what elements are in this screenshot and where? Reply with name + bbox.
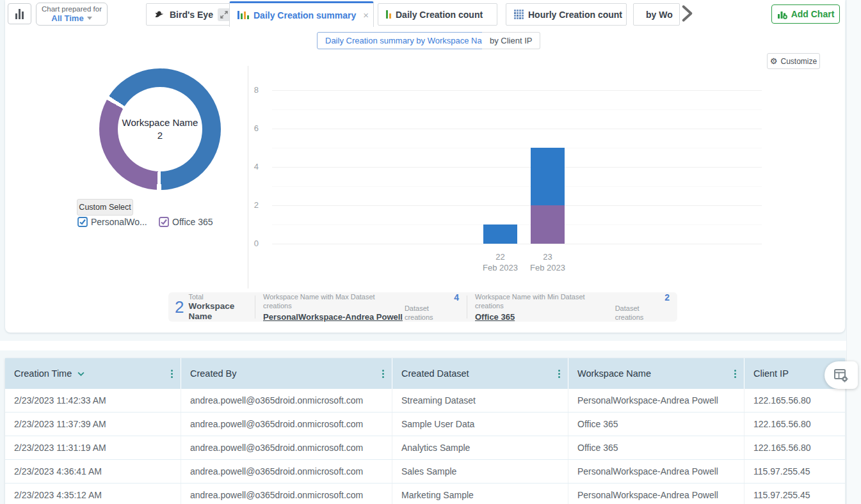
legend-checkbox-2[interactable]: Office 365 <box>159 217 213 227</box>
checkbox-icon <box>159 217 169 227</box>
table-header: Creation Time Created ByCreated DatasetW… <box>5 358 845 389</box>
subtab-by-client-ip[interactable]: by Client IP <box>482 32 540 49</box>
time-range-dropdown[interactable]: Chart prepared for All Time <box>36 3 108 26</box>
audit-table-card: Creation Time Created ByCreated DatasetW… <box>5 358 845 504</box>
colored-bar-chart-icon <box>386 10 391 19</box>
y-axis-tick: 2 <box>230 200 259 210</box>
subtab-by-workspace-name[interactable]: Daily Creation summary by Workspace Name <box>317 32 502 49</box>
gridline <box>272 129 762 129</box>
heatmap-grid-icon <box>514 10 524 19</box>
table-cell: Analytics Sample <box>392 436 568 459</box>
bar-segment-personalworkspace-andrea-powell[interactable] <box>483 224 517 244</box>
expand-icon[interactable] <box>218 8 230 21</box>
max-caption: Workspace Name with Max Dataset creation… <box>263 292 405 310</box>
column-header-created-by[interactable]: Created By <box>181 358 392 389</box>
custom-select-label: Custom Select <box>79 203 131 212</box>
add-chart-label: Add Chart <box>791 9 835 19</box>
table-cell: andrea.powell@o365droid.onmicrosoft.com <box>181 413 392 436</box>
chart-type-button[interactable] <box>8 3 31 24</box>
column-header-workspace-name[interactable]: Workspace Name <box>568 358 744 389</box>
table-cell: 122.165.56.80 <box>744 436 845 459</box>
column-header-created-dataset[interactable]: Created Dataset <box>392 358 568 389</box>
table-settings-icon <box>833 368 849 382</box>
table-row: 2/23/2023 11:42:33 AMandrea.powell@o365d… <box>5 389 845 413</box>
table-cell: 122.165.56.80 <box>744 413 845 436</box>
total-workspaces-value: 2 <box>175 297 184 317</box>
column-menu-icon[interactable] <box>734 370 736 378</box>
subtab-by-workspace-name-label: Daily Creation summary by Workspace Name <box>325 36 494 45</box>
workspace-donut-chart[interactable]: Workspace Name 2 <box>99 68 221 190</box>
subtab-by-client-ip-label: by Client IP <box>490 36 532 45</box>
column-menu-icon[interactable] <box>558 370 560 378</box>
table-cell: PersonalWorkspace-Andrea Powell <box>568 389 744 412</box>
min-value: 2 <box>664 293 670 303</box>
table-cell: 2/23/2023 11:37:39 AM <box>5 413 181 436</box>
chevron-down-icon <box>87 17 92 20</box>
column-label: Creation Time <box>14 368 72 379</box>
panel-divider <box>248 66 248 288</box>
gridline <box>272 167 762 168</box>
gear-icon: ⚙ <box>770 57 778 65</box>
table-cell: Office 365 <box>568 436 744 459</box>
column-menu-icon[interactable] <box>171 370 173 378</box>
table-cell: Streaming Dataset <box>392 389 568 412</box>
checkbox-icon <box>77 217 88 227</box>
tab-daily-creation-count-label: Daily Creation count <box>396 10 483 20</box>
summary-min: Workspace Name with Min Dataset creation… <box>467 292 677 322</box>
table-cell: andrea.powell@o365droid.onmicrosoft.com <box>181 436 392 459</box>
tab-by-workspace-label: by Wo <box>646 10 673 20</box>
colored-bar-chart-icon <box>237 11 249 19</box>
gridline <box>272 205 762 206</box>
x-axis-tick: 23Feb 2023 <box>514 251 582 273</box>
table-cell: PersonalWorkspace-Andrea Powell <box>568 460 744 483</box>
tab-by-workspace[interactable]: by Wo <box>633 3 680 26</box>
tab-daily-creation-count[interactable]: Daily Creation count <box>378 3 497 26</box>
donut-center-value: 2 <box>157 129 163 142</box>
min-caption: Workspace Name with Min Dataset creation… <box>475 292 615 310</box>
bar-segment-office-365[interactable] <box>531 205 565 244</box>
tab-daily-creation-summary[interactable]: Daily Creation summary × <box>229 1 374 27</box>
table-cell: andrea.powell@o365droid.onmicrosoft.com <box>181 460 392 483</box>
customize-button[interactable]: ⚙ Customize <box>767 53 820 69</box>
table-body: 2/23/2023 11:42:33 AMandrea.powell@o365d… <box>5 389 845 504</box>
scrollbar-track[interactable] <box>846 0 861 504</box>
gridline-minor <box>272 186 762 187</box>
table-row: 2/23/2023 11:31:19 AMandrea.powell@o365d… <box>5 436 845 460</box>
table-cell: 115.97.255.45 <box>744 460 845 483</box>
table-row: 2/23/2023 11:37:39 AMandrea.powell@o365d… <box>5 413 845 436</box>
table-cell: 2/23/2023 4:36:41 AM <box>5 460 181 483</box>
dashboard: Chart prepared for All Time Bird's Eye <box>0 0 861 504</box>
y-axis-tick: 8 <box>230 85 259 95</box>
chevron-right-icon <box>678 4 696 22</box>
table-cell: Office 365 <box>568 413 744 436</box>
column-header-creation-time[interactable]: Creation Time <box>5 358 181 389</box>
close-icon[interactable]: × <box>363 10 369 20</box>
column-label: Workspace Name <box>577 368 651 379</box>
y-axis-tick: 0 <box>230 239 259 248</box>
tab-birds-eye[interactable]: Bird's Eye <box>146 3 239 26</box>
donut-center-title: Workspace Name <box>122 116 198 129</box>
min-workspace-link[interactable]: Office 365 <box>475 311 615 322</box>
summary-total: 2 Total Workspace Name <box>168 292 255 322</box>
tab-birds-eye-label: Bird's Eye <box>170 10 213 20</box>
column-settings-button[interactable] <box>825 361 858 389</box>
total-label: Workspace Name <box>188 301 255 322</box>
add-chart-icon <box>777 9 787 19</box>
tabs-scroll-right-button[interactable] <box>678 4 696 25</box>
bar-segment-personalworkspace-andrea-powell[interactable] <box>531 148 565 205</box>
y-axis-tick: 6 <box>230 123 259 133</box>
table-cell: 122.165.56.80 <box>744 389 845 412</box>
min-unit: Dataset creations <box>615 304 670 322</box>
tab-hourly-creation-count[interactable]: Hourly Creation count <box>506 3 627 26</box>
custom-select-button[interactable]: Custom Select <box>77 199 133 216</box>
section-separator <box>0 341 861 350</box>
bar-chart-icon <box>15 9 24 19</box>
column-menu-icon[interactable] <box>382 370 384 378</box>
column-label: Created Dataset <box>401 368 469 379</box>
add-chart-button[interactable]: Add Chart <box>771 4 840 24</box>
gridline <box>272 90 762 91</box>
max-workspace-link[interactable]: PersonalWorkspace-Andrea Powell <box>263 311 405 322</box>
legend-checkbox-1[interactable]: PersonalWo... <box>77 217 147 227</box>
table-row: 2/23/2023 4:35:12 AMandrea.powell@o365dr… <box>5 484 845 504</box>
table-cell: andrea.powell@o365droid.onmicrosoft.com <box>181 484 392 504</box>
